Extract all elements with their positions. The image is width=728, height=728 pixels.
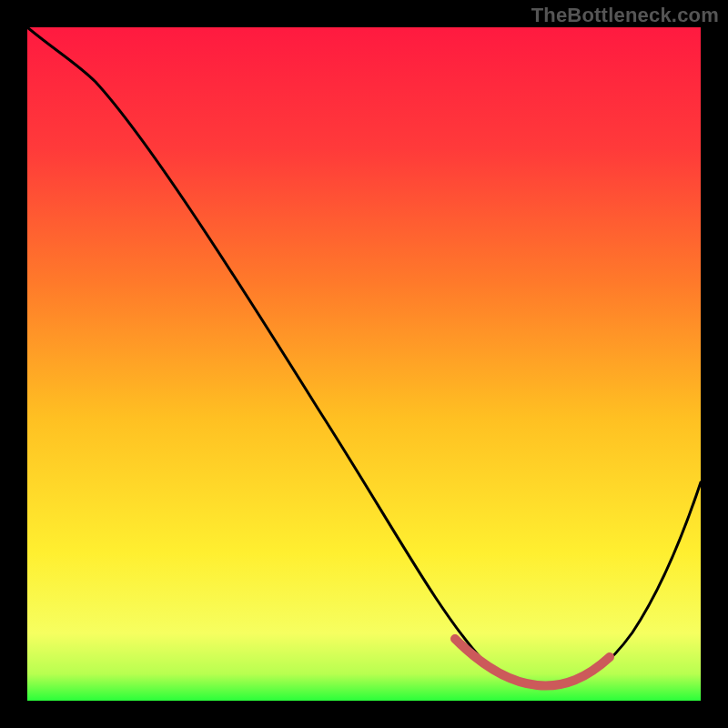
chart-frame: TheBottleneck.com bbox=[0, 0, 728, 728]
watermark-text: TheBottleneck.com bbox=[531, 4, 719, 27]
chart-svg bbox=[27, 27, 701, 701]
plot-area bbox=[27, 27, 701, 701]
gradient-background bbox=[27, 27, 701, 701]
